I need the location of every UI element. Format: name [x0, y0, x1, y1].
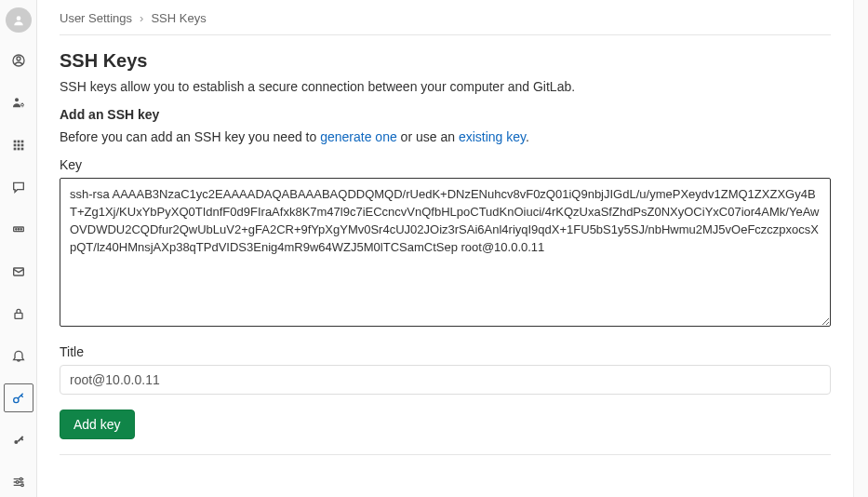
sidebar-item-chat[interactable] [4, 172, 33, 201]
user-icon [12, 14, 25, 27]
key-icon [11, 433, 26, 448]
mail-icon [11, 264, 26, 279]
breadcrumb: User Settings › SSH Keys [60, 11, 831, 34]
svg-rect-13 [20, 147, 23, 150]
svg-rect-11 [13, 147, 16, 150]
existing-key-link[interactable]: existing key [459, 129, 526, 144]
key-label: Key [60, 157, 831, 172]
key-textarea[interactable] [60, 178, 831, 327]
token-icon [11, 222, 26, 236]
svg-rect-7 [20, 140, 23, 142]
main-content: User Settings › SSH Keys SSH Keys SSH ke… [37, 0, 853, 497]
svg-point-15 [15, 229, 16, 230]
bell-icon [11, 348, 26, 363]
divider [60, 34, 831, 35]
svg-rect-8 [13, 143, 16, 146]
svg-point-20 [13, 397, 18, 402]
page-description: SSH keys allow you to establish a secure… [60, 79, 831, 94]
svg-point-0 [16, 16, 20, 20]
sidebar-item-password[interactable] [4, 299, 33, 328]
sidebar-item-applications[interactable] [4, 130, 33, 159]
generate-key-link[interactable]: generate one [320, 129, 397, 144]
svg-point-2 [17, 57, 20, 60]
svg-rect-10 [20, 143, 23, 146]
sidebar-item-emails[interactable] [4, 257, 33, 286]
sidebar-item-preferences[interactable] [4, 468, 33, 497]
add-key-button[interactable]: Add key [60, 410, 135, 439]
section-subhead: Add an SSH key [60, 107, 831, 122]
user-gear-icon [11, 95, 26, 110]
svg-point-22 [20, 478, 22, 481]
svg-point-23 [16, 481, 19, 484]
hint-text: Before you can add an SSH key you need t… [60, 129, 831, 144]
svg-point-24 [20, 484, 23, 487]
svg-rect-12 [17, 147, 20, 150]
sidebar-item-ssh-keys[interactable] [4, 383, 33, 412]
user-avatar[interactable] [6, 7, 32, 33]
svg-rect-6 [17, 140, 20, 142]
sidebar [0, 0, 37, 497]
title-label: Title [60, 344, 831, 359]
profile-icon [11, 53, 26, 68]
chat-icon [11, 180, 26, 195]
breadcrumb-current: SSH Keys [151, 11, 206, 25]
svg-point-16 [18, 229, 19, 230]
svg-rect-5 [13, 140, 16, 142]
grid-icon [11, 138, 26, 153]
key-icon [11, 391, 26, 406]
chevron-right-icon: › [140, 11, 143, 25]
breadcrumb-parent[interactable]: User Settings [60, 11, 132, 25]
title-input[interactable] [60, 365, 831, 395]
page-title: SSH Keys [60, 50, 831, 72]
svg-rect-9 [17, 143, 20, 146]
divider [60, 454, 831, 455]
sidebar-item-notifications[interactable] [4, 342, 33, 370]
right-gutter [853, 0, 868, 497]
sidebar-item-tokens[interactable] [4, 215, 33, 244]
svg-rect-19 [15, 313, 22, 318]
svg-point-4 [20, 104, 23, 107]
sidebar-item-gpg-keys[interactable] [4, 425, 33, 454]
sliders-icon [11, 475, 26, 490]
lock-icon [11, 306, 26, 321]
sidebar-item-profile[interactable] [4, 46, 33, 74]
svg-point-17 [20, 229, 21, 230]
svg-point-3 [15, 99, 19, 102]
sidebar-item-account[interactable] [4, 88, 33, 117]
